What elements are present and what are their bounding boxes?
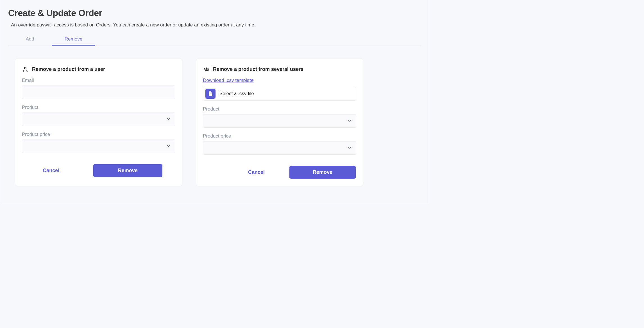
page-root: Create & Update Order An override paywal…	[0, 0, 429, 203]
field-price-single: Product price	[22, 132, 175, 153]
price-select-single[interactable]	[22, 140, 175, 153]
download-csv-link[interactable]: Download .csv template	[203, 78, 253, 83]
svg-point-1	[206, 68, 207, 69]
file-select[interactable]: Select a .csv file	[203, 87, 356, 101]
actions-bulk: Cancel Remove	[203, 166, 356, 179]
card-bulk-header: Remove a product from several users	[203, 66, 356, 73]
field-product-single: Product	[22, 105, 175, 126]
price-label-bulk: Product price	[203, 133, 356, 139]
page-subtitle: An override paywall access is based on O…	[11, 22, 421, 28]
tab-add-label: Add	[26, 36, 34, 42]
price-label-single: Product price	[22, 132, 175, 137]
field-price-bulk: Product price	[203, 133, 356, 155]
person-icon	[22, 66, 29, 73]
card-bulk-title: Remove a product from several users	[213, 66, 303, 72]
cancel-button[interactable]: Cancel	[35, 164, 67, 177]
product-label-single: Product	[22, 105, 175, 110]
actions-single: Cancel Remove	[22, 164, 175, 177]
page-header: Create & Update Order An override paywal…	[0, 0, 429, 46]
group-add-icon	[203, 66, 210, 73]
product-select-single[interactable]	[22, 113, 175, 126]
card-single-header: Remove a product from a user	[22, 66, 175, 73]
field-email: Email	[22, 78, 175, 99]
cancel-button[interactable]: Cancel	[240, 166, 273, 179]
tab-remove[interactable]: Remove	[52, 33, 95, 46]
product-select-bulk[interactable]	[203, 114, 356, 128]
card-remove-bulk: Remove a product from several users Down…	[196, 58, 363, 186]
card-remove-single: Remove a product from a user Email Produ…	[15, 58, 182, 186]
email-input[interactable]	[22, 86, 175, 99]
tab-remove-label: Remove	[65, 36, 82, 42]
remove-button[interactable]: Remove	[289, 166, 356, 179]
product-label-bulk: Product	[203, 106, 356, 112]
content-area: Remove a product from a user Email Produ…	[0, 46, 429, 203]
file-select-label: Select a .csv file	[219, 91, 254, 96]
email-label: Email	[22, 78, 175, 83]
page-title: Create & Update Order	[8, 8, 421, 18]
field-product-bulk: Product	[203, 106, 356, 128]
tabs: Add Remove	[8, 33, 421, 46]
file-icon	[205, 89, 216, 99]
price-select-bulk[interactable]	[203, 141, 356, 155]
svg-point-0	[24, 67, 26, 69]
remove-button[interactable]: Remove	[93, 164, 162, 177]
card-single-title: Remove a product from a user	[32, 66, 105, 72]
tab-add[interactable]: Add	[8, 33, 52, 46]
